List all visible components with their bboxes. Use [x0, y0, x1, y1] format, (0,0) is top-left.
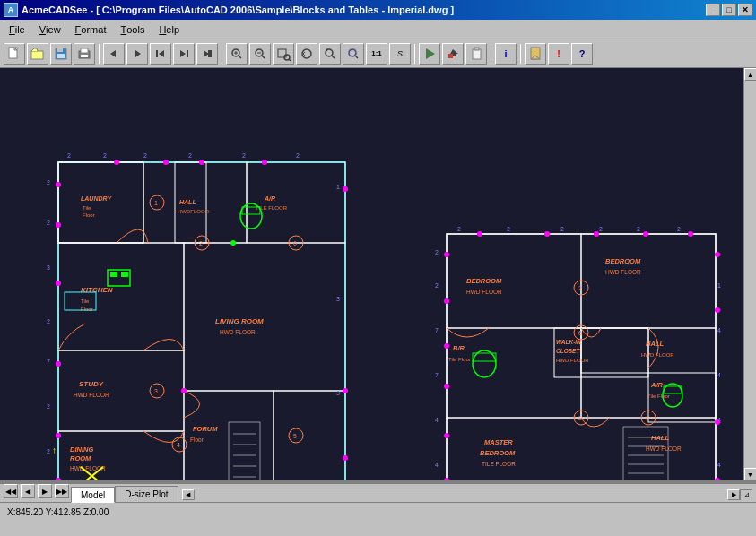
svg-text:Tile: Tile [83, 205, 91, 211]
svg-point-124 [163, 160, 169, 165]
zoom-out-button[interactable] [249, 43, 271, 65]
scroll-down-button[interactable]: ▼ [744, 468, 757, 480]
svg-point-115 [56, 361, 61, 367]
svg-text:2: 2 [599, 226, 603, 232]
svg-text:LIVING ROOM: LIVING ROOM [215, 317, 264, 325]
menu-tools[interactable]: Tools [113, 21, 152, 39]
svg-text:1: 1 [154, 200, 158, 206]
info-button[interactable]: i [495, 43, 517, 65]
svg-line-24 [332, 56, 335, 58]
scroll-up-button[interactable]: ▲ [744, 68, 757, 81]
help-button[interactable]: ? [571, 43, 593, 65]
menu-format[interactable]: Format [68, 21, 114, 39]
tab-last-button[interactable]: ▶▶ [55, 484, 69, 498]
svg-text:HWD FLOOR: HWD FLOOR [556, 358, 589, 363]
tab-prev-button[interactable]: ◀ [21, 484, 35, 498]
forward-button[interactable] [126, 43, 148, 65]
tab-dsize-plot[interactable]: D-size Plot [115, 486, 178, 502]
svg-text:4: 4 [717, 462, 721, 468]
title-bar-left: A AcmeCADSee - [ C:\Program Files\AutoCA… [4, 3, 454, 17]
svg-text:2: 2 [242, 152, 246, 159]
svg-text:CLOSET: CLOSET [556, 348, 580, 354]
vertical-scrollbar[interactable]: ▲ ▼ [743, 68, 756, 480]
floorplan-drawing: LAUNDRY Tile Floor HALL HWDFLOOR A/R TIL… [0, 68, 756, 480]
svg-text:Floor: Floor [83, 212, 95, 218]
svg-rect-39 [58, 162, 143, 243]
svg-point-204 [444, 298, 449, 304]
svg-point-214 [715, 252, 720, 257]
svg-text:2: 2 [560, 226, 564, 232]
svg-point-203 [444, 252, 449, 257]
zoom-all-button[interactable] [319, 43, 341, 65]
svg-text:2: 2 [47, 318, 50, 324]
zoom-actual-button[interactable]: 1:1 [366, 43, 387, 65]
close-button[interactable]: ✕ [738, 4, 752, 16]
svg-text:2: 2 [47, 179, 50, 186]
svg-point-125 [199, 160, 204, 165]
tab-next-button[interactable]: ▶ [38, 484, 52, 498]
scroll-right-button[interactable]: ▶ [727, 489, 740, 500]
cad-canvas-area[interactable]: LAUNDRY Tile Floor HALL HWDFLOOR A/R TIL… [0, 68, 756, 480]
svg-point-112 [56, 182, 61, 187]
svg-text:LAUNDRY: LAUNDRY [81, 195, 112, 202]
open-button[interactable] [27, 43, 48, 65]
menu-help[interactable]: Help [152, 21, 187, 39]
svg-point-216 [715, 419, 720, 425]
prev-button[interactable] [150, 43, 171, 65]
svg-text:HWDFLOOR: HWDFLOOR [178, 209, 210, 214]
zoom-extent-button[interactable] [343, 43, 364, 65]
svg-text:Tile Floor: Tile Floor [448, 357, 471, 362]
svg-text:HALL: HALL [651, 434, 669, 442]
svg-point-121 [343, 186, 348, 192]
svg-point-212 [643, 231, 648, 237]
zoom-in-button[interactable] [226, 43, 248, 65]
tab-model[interactable]: Model [71, 487, 115, 503]
next-button[interactable] [173, 43, 195, 65]
menu-view[interactable]: View [32, 21, 68, 39]
stretch-button[interactable]: S [389, 43, 411, 65]
save-button[interactable] [50, 43, 72, 65]
tab-first-button[interactable]: ◀◀ [4, 484, 18, 498]
scroll-left-button[interactable]: ◀ [182, 489, 195, 500]
svg-text:MASTER: MASTER [484, 438, 513, 446]
svg-text:2: 2 [677, 226, 681, 232]
svg-rect-139 [581, 328, 648, 373]
tab-navigation: ◀◀ ◀ ▶ ▶▶ [4, 484, 71, 502]
svg-rect-38 [58, 162, 143, 243]
svg-line-17 [262, 56, 265, 58]
play-button[interactable] [419, 43, 440, 65]
svg-point-210 [544, 231, 550, 237]
svg-rect-42 [58, 243, 184, 350]
svg-text:4: 4 [435, 417, 439, 423]
svg-point-126 [262, 160, 267, 165]
svg-rect-1 [31, 51, 43, 59]
minimize-button[interactable]: _ [706, 4, 720, 16]
clipboard-button[interactable] [465, 43, 487, 65]
toolbar: 1:1 S i ! ? [0, 39, 756, 68]
zoom-prev-button[interactable] [296, 43, 317, 65]
svg-marker-30 [426, 48, 435, 59]
svg-rect-41 [247, 162, 345, 243]
print-button[interactable] [74, 43, 95, 65]
svg-text:BEDROOM: BEDROOM [605, 257, 641, 265]
svg-point-127 [114, 160, 119, 165]
svg-text:HWD FLOOR: HWD FLOOR [74, 392, 109, 398]
svg-text:2: 2 [637, 226, 640, 232]
title-controls[interactable]: _ □ ✕ [706, 4, 752, 16]
bookmark-button[interactable] [525, 43, 546, 65]
svg-rect-3 [57, 48, 63, 52]
svg-text:Floor: Floor [190, 437, 204, 443]
svg-text:WALK-IN: WALK-IN [556, 339, 581, 345]
svg-text:Tile: Tile [81, 298, 90, 304]
svg-text:4: 4 [435, 462, 439, 468]
svg-rect-7 [81, 55, 88, 57]
alert-button[interactable]: ! [548, 43, 569, 65]
svg-point-129 [230, 240, 236, 246]
last-button[interactable] [196, 43, 218, 65]
export-button[interactable] [442, 43, 464, 65]
new-button[interactable] [4, 43, 25, 65]
menu-file[interactable]: File [2, 21, 32, 39]
back-button[interactable] [103, 43, 125, 65]
maximize-button[interactable]: □ [722, 4, 736, 16]
zoom-window-button[interactable] [273, 43, 294, 65]
